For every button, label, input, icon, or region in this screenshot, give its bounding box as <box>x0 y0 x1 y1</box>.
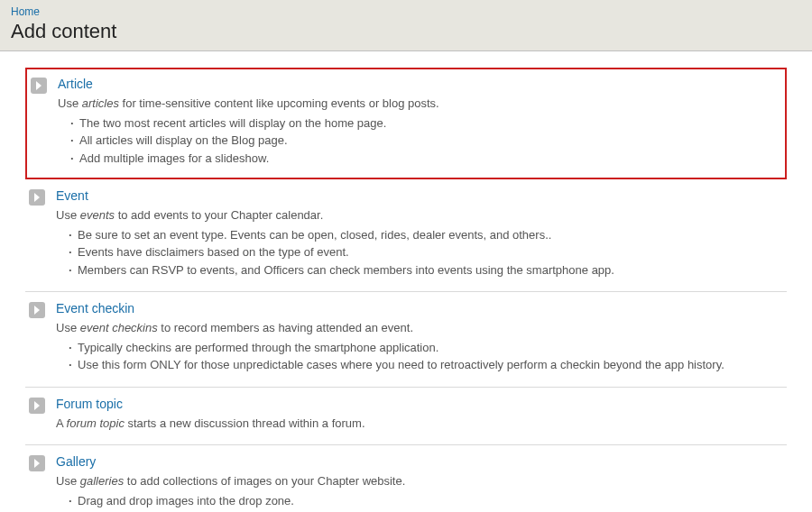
bullet-item: Members can RSVP to events, and Officers… <box>69 261 783 279</box>
bullet-pre: All articles will display on the <box>79 133 231 147</box>
desc-pre: Use <box>56 474 80 488</box>
content-type-description: Use event checkins to record members as … <box>56 319 783 337</box>
content-type-description: Use events to add events to your Chapter… <box>56 206 783 224</box>
bullet-link[interactable]: Blog page <box>231 133 284 147</box>
desc-em: forum topic <box>67 416 125 430</box>
bullet-list: Drag and drop images into the drop zone.… <box>56 492 783 513</box>
desc-post: to add collections of images on your Cha… <box>124 474 405 488</box>
chevron-right-icon[interactable] <box>29 455 45 471</box>
content-type-title-link[interactable]: Gallery <box>56 454 96 469</box>
page-title: Add content <box>11 20 801 43</box>
chevron-right-icon[interactable] <box>29 189 45 206</box>
content-type-title-link[interactable]: Event checkin <box>56 301 134 315</box>
content-type-row: GalleryUse galleries to add collections … <box>29 454 783 512</box>
content-type-description: A forum topic starts a new discussion th… <box>56 415 783 433</box>
desc-post: to add events to your Chapter calendar. <box>115 208 323 222</box>
content-type-title-link[interactable]: Article <box>58 77 93 91</box>
bullet-item: Add multiple images for a slideshow. <box>70 150 781 168</box>
chevron-right-icon[interactable] <box>29 398 45 414</box>
desc-post: starts a new discussion thread within a … <box>125 416 365 430</box>
bullet-list: Typically checkins are performed through… <box>56 339 783 374</box>
content-type-event-checkin: Event checkinUse event checkins to recor… <box>25 292 787 388</box>
bullet-item: The two most recent articles will displa… <box>70 114 781 133</box>
content-type-row: EventUse events to add events to your Ch… <box>29 188 783 279</box>
desc-em: articles <box>82 96 119 110</box>
desc-post: to record members as having attended an … <box>158 321 413 334</box>
content-type-event: EventUse events to add events to your Ch… <box>25 179 787 292</box>
content-type-body: ArticleUse articles for time-sensitive c… <box>58 77 781 167</box>
bullet-list: Be sure to set an event type. Events can… <box>56 226 783 279</box>
desc-em: galleries <box>80 474 124 488</box>
content-type-body: Event checkinUse event checkins to recor… <box>56 301 783 374</box>
content-type-body: Forum topicA forum topic starts a new di… <box>56 397 783 433</box>
bullet-post: . <box>284 133 288 147</box>
desc-em: events <box>80 208 115 222</box>
desc-pre: Use <box>56 321 80 334</box>
content-type-row: Event checkinUse event checkins to recor… <box>29 301 783 374</box>
content-type-forum-topic: Forum topicA forum topic starts a new di… <box>25 388 787 446</box>
desc-pre: Use <box>58 96 82 110</box>
bullet-item: All articles will display on the Blog pa… <box>70 132 781 150</box>
desc-em: event checkins <box>80 321 158 334</box>
bullet-item: Typically checkins are performed through… <box>69 339 783 357</box>
content-type-row: ArticleUse articles for time-sensitive c… <box>31 77 781 167</box>
bullet-item: Be sure to set an event type. Events can… <box>69 226 783 244</box>
content-type-body: GalleryUse galleries to add collections … <box>56 454 783 512</box>
content-type-body: EventUse events to add events to your Ch… <box>56 188 783 279</box>
page-header: Home Add content <box>0 0 812 51</box>
chevron-right-icon[interactable] <box>29 302 45 318</box>
chevron-right-icon[interactable] <box>31 78 47 94</box>
bullet-list: The two most recent articles will displa… <box>58 114 781 168</box>
content-type-article: ArticleUse articles for time-sensitive c… <box>25 68 787 179</box>
bullet-item: Events have disclaimers based on the typ… <box>69 243 783 261</box>
content-type-row: Forum topicA forum topic starts a new di… <box>29 397 783 433</box>
content-type-title-link[interactable]: Forum topic <box>56 397 123 411</box>
content-type-list: ArticleUse articles for time-sensitive c… <box>0 68 812 512</box>
content-type-description: Use galleries to add collections of imag… <box>56 472 783 490</box>
content-type-gallery: GalleryUse galleries to add collections … <box>25 445 787 512</box>
content-type-description: Use articles for time-sensitive content … <box>58 95 781 113</box>
desc-pre: Use <box>56 208 80 222</box>
desc-post: for time-sensitive content like upcoming… <box>119 96 439 110</box>
bullet-item: Use this form ONLY for those unpredictab… <box>69 356 783 374</box>
desc-pre: A <box>56 416 67 430</box>
bullet-item: Drag and drop images into the drop zone. <box>69 492 783 510</box>
content-type-title-link[interactable]: Event <box>56 188 88 203</box>
breadcrumb-home[interactable]: Home <box>11 5 801 18</box>
